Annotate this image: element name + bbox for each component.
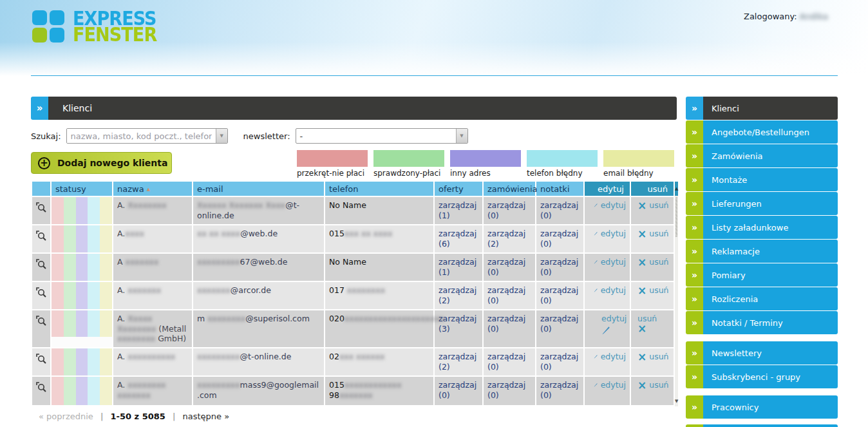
manage-orders-link[interactable]: zarządzaj(0) [487, 352, 531, 372]
customer-phone-cell: No Name [325, 254, 433, 281]
header-usun: usuń [631, 182, 674, 196]
sidebar-item-newslettery[interactable]: » Newslettery [686, 341, 838, 365]
chevron-double-icon: » [686, 424, 703, 427]
delete-link[interactable]: ×usuń [635, 200, 670, 211]
row-preview-icon[interactable] [36, 231, 47, 244]
newsletter-dropdown-arrow-icon[interactable]: ▼ [456, 129, 467, 143]
manage-orders-link[interactable]: zarządzaj(0) [487, 200, 531, 220]
scroll-down-icon[interactable]: ▼ [675, 396, 678, 406]
delete-x-icon: × [637, 352, 646, 361]
delete-link[interactable]: ×usuń [635, 229, 670, 239]
customer-phone-cell: 020xxxxxxxxxxxxxxxxxxxxx [325, 310, 433, 347]
delete-link[interactable]: ×usuń [635, 380, 670, 390]
row-preview-icon[interactable] [36, 316, 47, 329]
manage-offers-link[interactable]: zarządzaj(2) [439, 285, 478, 305]
manage-orders-link[interactable]: zarządzaj(0) [487, 285, 531, 305]
legend-item: sprawdzony-płaci [373, 150, 444, 178]
table-header-row: statusy nazwa▲ e-mail telefon oferty zam… [32, 182, 674, 196]
scrollbar-thumb[interactable] [675, 197, 677, 237]
edit-link[interactable]: edytuj [594, 200, 626, 211]
delete-x-icon: × [637, 229, 646, 238]
header-notatki[interactable]: notatki [536, 182, 583, 196]
search-combobox[interactable]: ▼ [66, 128, 228, 144]
sidebar-gap [686, 419, 838, 424]
sidebar-item-listy-zaladunkowe[interactable]: » Listy załadunkowe [686, 216, 838, 239]
header-email[interactable]: e-mail [193, 182, 324, 196]
legend-item: inny adres [450, 150, 521, 178]
edit-link[interactable]: edytuj [594, 229, 626, 239]
sidebar-nav: » Klienci » Angebote/Bestellungen » Zamó… [686, 97, 838, 427]
delete-x-icon: × [637, 258, 646, 267]
row-preview-icon[interactable] [36, 382, 47, 395]
sidebar-item-clipped[interactable]: » [686, 424, 838, 427]
customer-name-cell: A. Xxxxxxxx [113, 197, 192, 224]
edit-link[interactable]: edytuj [594, 285, 626, 296]
pagination-next[interactable]: następne » [183, 412, 230, 421]
row-preview-icon[interactable] [36, 202, 47, 216]
customer-phone-cell: 02xxx xxxxxx [325, 348, 433, 375]
sidebar-item-reklamacje[interactable]: » Reklamacje [686, 240, 838, 263]
manage-offers-link[interactable]: zarządzaj(6) [439, 229, 478, 249]
search-input[interactable] [67, 129, 216, 143]
sidebar-item-notatki-terminy[interactable]: » Notatki / Terminy [686, 311, 838, 334]
delete-link[interactable]: usuń× [635, 314, 670, 333]
sidebar-item-montaze[interactable]: » Montaże [686, 168, 838, 191]
customer-phone-cell: No Name [325, 197, 433, 224]
header-oferty[interactable]: oferty [435, 182, 482, 196]
page-title-bar: » Klienci [31, 97, 677, 120]
manage-offers-link[interactable]: zarządzaj(3) [439, 314, 478, 334]
manage-notes-link[interactable]: zarządzaj(0) [540, 314, 580, 334]
legend-swatch-bad-phone [527, 150, 598, 167]
sidebar-item-klienci[interactable]: » Klienci [686, 97, 838, 120]
delete-link[interactable]: ×usuń [635, 285, 670, 296]
sidebar-gap [686, 335, 838, 341]
header-zamowienia[interactable]: zamówienia [484, 182, 535, 196]
sidebar-item-subskrybenci-grupy[interactable]: » Subskrybenci - grupy [686, 365, 838, 388]
edit-link[interactable]: edytuj [594, 257, 626, 267]
manage-notes-link[interactable]: zarządzaj(0) [540, 285, 580, 305]
sidebar-item-zamowienia[interactable]: » Zamówienia [686, 144, 838, 167]
newsletter-select[interactable]: - ▼ [296, 128, 468, 144]
header-statusy[interactable]: statusy [52, 182, 112, 196]
edit-link[interactable]: edytuj [594, 352, 626, 362]
row-preview-icon[interactable] [36, 287, 47, 301]
sidebar-item-lieferungen[interactable]: » Lieferungen [686, 192, 838, 215]
row-status-cell [52, 225, 112, 252]
scroll-up-icon[interactable]: ▲ [675, 182, 678, 196]
manage-orders-link[interactable]: zarządzaj(0) [487, 257, 531, 277]
row-status-cell [52, 197, 112, 224]
row-preview-icon[interactable] [36, 354, 47, 367]
sidebar-item-rozliczenia[interactable]: » Rozliczenia [686, 287, 838, 310]
manage-notes-link[interactable]: zarządzaj(0) [540, 200, 580, 220]
manage-offers-link[interactable]: zarządzaj(1) [439, 257, 478, 277]
delete-x-icon: × [637, 324, 646, 333]
manage-orders-link[interactable]: zarządzaj(0) [487, 380, 531, 400]
pencil-icon [594, 380, 598, 390]
sidebar-item-pracownicy[interactable]: » Pracownicy [686, 395, 838, 419]
sidebar-item-pomiary[interactable]: » Pomiary [686, 263, 838, 287]
header-telefon[interactable]: telefon [325, 182, 433, 196]
delete-link[interactable]: ×usuń [635, 352, 670, 362]
edit-link[interactable]: edytuj [594, 380, 626, 390]
manage-offers-link[interactable]: zarządzaj(0) [439, 380, 478, 400]
table-scrollbar[interactable]: ▲ ▼ [675, 182, 678, 406]
sidebar-item-angebote-bestellungen[interactable]: » Angebote/Bestellungen [686, 120, 838, 144]
customer-name-cell: A. xxxxxxxxxx [113, 348, 192, 375]
pagination-prev: « poprzednie [39, 412, 93, 421]
row-preview-icon[interactable] [36, 259, 47, 272]
add-customer-button[interactable]: + Dodaj nowego klienta [31, 152, 172, 174]
manage-orders-link[interactable]: zarządzaj(2) [487, 229, 531, 249]
edit-link[interactable]: edytuj [594, 314, 626, 335]
pagination-range: 1-50 z 5085 [110, 412, 165, 421]
manage-notes-link[interactable]: zarządzaj(0) [540, 352, 580, 372]
delete-link[interactable]: ×usuń [635, 257, 670, 267]
manage-notes-link[interactable]: zarządzaj(0) [540, 380, 580, 400]
manage-notes-link[interactable]: zarządzaj(0) [540, 257, 580, 277]
manage-notes-link[interactable]: zarządzaj(0) [540, 229, 580, 249]
logo-squares-icon [32, 10, 64, 43]
manage-offers-link[interactable]: zarządzaj(2) [439, 352, 478, 372]
header-nazwa[interactable]: nazwa▲ [113, 182, 192, 196]
manage-offers-link[interactable]: zarządzaj(1) [439, 200, 478, 220]
manage-orders-link[interactable]: zarządzaj(0) [487, 314, 531, 334]
search-dropdown-arrow-icon[interactable]: ▼ [216, 129, 227, 143]
